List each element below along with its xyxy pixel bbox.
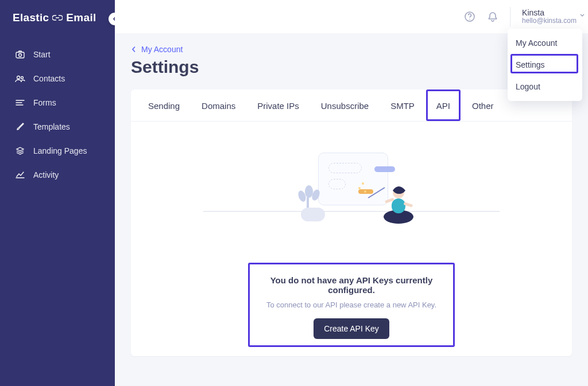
dropdown-item-my-account[interactable]: My Account: [508, 32, 582, 54]
sidebar-item-label: Landing Pages: [33, 146, 87, 155]
topbar: Kinsta hello@kinsta.com My Account Setti…: [115, 0, 588, 33]
user-dropdown: My Account Settings Logout: [508, 29, 582, 101]
logo-text-1: Elastic: [13, 11, 49, 24]
svg-rect-11: [392, 198, 405, 213]
svg-rect-0: [16, 52, 24, 58]
breadcrumb-label: My Account: [141, 45, 183, 54]
tab-domains[interactable]: Domains: [195, 89, 242, 121]
sidebar-item-label: Forms: [33, 98, 56, 107]
chart-icon: [15, 171, 25, 179]
empty-state-illustration: [277, 149, 426, 247]
tab-unsubscribe[interactable]: Unsubscribe: [314, 89, 376, 121]
sidebar: Elastic Email Start Contacts: [0, 0, 115, 386]
nav: Start Contacts Forms Templates: [0, 38, 115, 187]
settings-card: Sending Domains Private IPs Unsubscribe …: [131, 89, 572, 356]
user-email: hello@kinsta.com: [522, 17, 577, 25]
topbar-separator: [510, 7, 510, 26]
empty-state-message: You do not have any API Keys currently c…: [254, 275, 449, 339]
breadcrumb[interactable]: My Account: [131, 45, 572, 54]
contacts-icon: [15, 75, 25, 83]
empty-state-headline: You do not have any API Keys currently c…: [254, 275, 449, 295]
user-menu-trigger[interactable]: Kinsta hello@kinsta.com: [522, 8, 577, 25]
tab-sending[interactable]: Sending: [141, 89, 187, 121]
empty-state-subtext: To connect to our API please create a ne…: [254, 301, 449, 309]
tab-smtp[interactable]: SMTP: [384, 89, 421, 121]
caret-down-icon: [580, 9, 585, 20]
sidebar-item-label: Start: [33, 50, 51, 59]
link-icon: [52, 14, 63, 21]
chevron-left-icon: [131, 46, 137, 52]
sidebar-item-activity[interactable]: Activity: [0, 163, 115, 187]
sidebar-item-templates[interactable]: Templates: [0, 115, 115, 139]
sidebar-item-contacts[interactable]: Contacts: [0, 67, 115, 91]
tab-other[interactable]: Other: [465, 89, 501, 121]
sidebar-item-label: Activity: [33, 170, 59, 180]
camera-icon: [15, 50, 25, 59]
dropdown-item-settings[interactable]: Settings: [508, 54, 582, 76]
bell-icon[interactable]: [487, 11, 498, 22]
tab-api[interactable]: API: [430, 89, 457, 121]
svg-point-2: [17, 76, 20, 79]
sidebar-item-label: Templates: [33, 122, 70, 131]
user-name: Kinsta: [522, 8, 577, 17]
sidebar-item-forms[interactable]: Forms: [0, 91, 115, 115]
tabs: Sending Domains Private IPs Unsubscribe …: [131, 89, 572, 122]
brush-icon: [15, 122, 25, 131]
panel-body: You do not have any API Keys currently c…: [131, 122, 572, 356]
create-api-key-button[interactable]: Create API Key: [314, 318, 389, 339]
forms-icon: [15, 99, 25, 106]
person-icon: [377, 182, 421, 227]
svg-point-3: [21, 77, 24, 79]
layers-icon: [15, 146, 25, 155]
main: Kinsta hello@kinsta.com My Account Setti…: [115, 0, 588, 386]
dropdown-item-logout[interactable]: Logout: [508, 76, 582, 98]
svg-point-1: [19, 54, 22, 57]
sidebar-item-landing-pages[interactable]: Landing Pages: [0, 139, 115, 163]
help-icon[interactable]: [464, 11, 475, 22]
logo-text-2: Email: [66, 11, 96, 24]
logo[interactable]: Elastic Email: [0, 0, 115, 38]
svg-point-5: [469, 19, 470, 20]
sidebar-item-start[interactable]: Start: [0, 42, 115, 67]
sidebar-item-label: Contacts: [33, 74, 65, 83]
page-title: Settings: [131, 57, 572, 77]
svg-point-6: [305, 185, 313, 198]
tab-private-ips[interactable]: Private IPs: [250, 89, 306, 121]
